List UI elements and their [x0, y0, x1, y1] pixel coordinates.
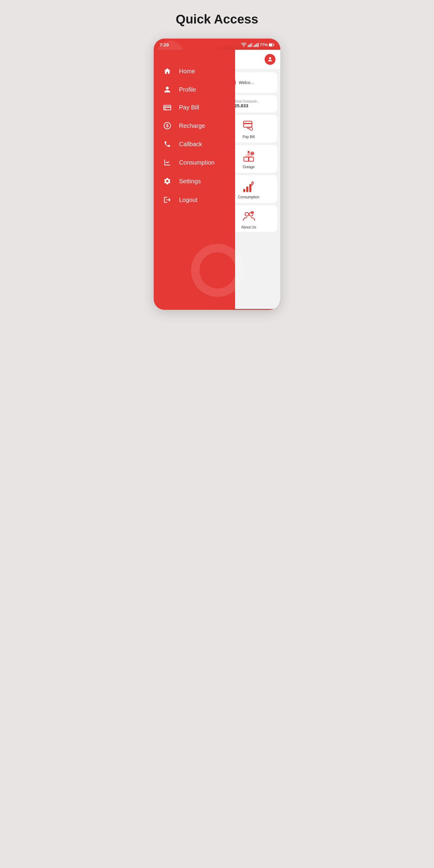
- outstanding-value: 25.833: [235, 103, 274, 108]
- signal-icon: [248, 43, 253, 47]
- svg-point-30: [252, 154, 253, 155]
- main-area: Home Profile: [154, 50, 280, 309]
- svg-rect-9: [274, 44, 274, 45]
- sidebar-label-logout: Logout: [179, 196, 197, 204]
- sidebar-item-home[interactable]: Home: [163, 62, 235, 81]
- sidebar-label-callback: Callback: [179, 141, 202, 148]
- page-wrapper: Quick Access 7:29: [142, 12, 292, 310]
- sidebar-label-home: Home: [179, 68, 195, 75]
- sidebar-label-pay-bill: Pay Bill: [179, 104, 199, 111]
- svg-text:i: i: [252, 212, 253, 214]
- status-bar: 7:29 77%: [154, 38, 280, 50]
- sidebar-label-settings: Settings: [179, 178, 201, 185]
- outstanding-info: Total Outstandi... 25.833: [235, 99, 274, 108]
- svg-rect-27: [248, 157, 249, 161]
- quick-label-consumption: Consumption: [238, 195, 259, 199]
- sidebar-item-recharge[interactable]: $ Recharge: [163, 116, 235, 135]
- svg-rect-6: [256, 43, 257, 47]
- consumption-icon: [242, 180, 255, 193]
- svg-rect-10: [269, 44, 272, 46]
- svg-rect-4: [254, 45, 255, 47]
- page-title: Quick Access: [176, 12, 258, 27]
- svg-point-34: [252, 182, 253, 183]
- dollar-circle-icon: $: [163, 122, 172, 130]
- sidebar-label-consumption: Consumption: [179, 159, 215, 166]
- sidebar-item-settings[interactable]: Settings: [163, 172, 235, 190]
- logout-icon: [163, 196, 172, 204]
- welcome-text: Welco...: [239, 80, 254, 85]
- svg-rect-31: [243, 189, 245, 192]
- svg-rect-26: [248, 151, 250, 153]
- signal-icon2: [254, 43, 258, 47]
- sidebar-item-pay-bill[interactable]: Pay Bill: [163, 98, 235, 116]
- person-icon: [163, 86, 172, 93]
- about-us-icon: i: [242, 210, 255, 223]
- outstanding-label: Total Outstandi...: [235, 99, 274, 103]
- sidebar-label-profile: Profile: [179, 86, 196, 93]
- sidebar: Home Profile: [154, 50, 235, 309]
- svg-rect-0: [248, 45, 249, 47]
- svg-rect-5: [255, 44, 256, 47]
- credit-card-icon: [163, 104, 172, 111]
- svg-rect-32: [246, 187, 248, 192]
- quick-label-outage: Outage: [243, 165, 254, 169]
- sidebar-item-consumption[interactable]: Consumption: [163, 153, 235, 172]
- quick-label-pay-bill: Pay Bill: [243, 135, 255, 139]
- svg-point-19: [269, 57, 271, 59]
- status-icons: 77%: [241, 42, 274, 47]
- sidebar-item-logout[interactable]: Logout: [163, 190, 235, 209]
- svg-rect-22: [244, 123, 252, 124]
- sidebar-item-profile[interactable]: Profile: [163, 81, 235, 98]
- outage-icon: [242, 150, 255, 163]
- gear-icon: [163, 177, 172, 185]
- sidebar-label-recharge: Recharge: [179, 122, 205, 129]
- svg-rect-3: [252, 43, 253, 47]
- wifi-icon: [241, 43, 247, 47]
- status-time: 7:29: [160, 42, 169, 47]
- svg-text:$: $: [166, 123, 168, 128]
- svg-rect-13: [164, 108, 166, 109]
- sidebar-item-callback[interactable]: Callback: [163, 135, 235, 153]
- battery-level: 77%: [260, 42, 268, 47]
- svg-rect-29: [252, 153, 253, 154]
- battery-icon: [269, 43, 274, 47]
- quick-label-about-us: About Us: [241, 225, 256, 229]
- chart-icon: [163, 158, 172, 166]
- svg-rect-1: [249, 44, 250, 47]
- phone-frame: 7:29 77%: [154, 38, 280, 310]
- svg-rect-2: [250, 43, 251, 47]
- svg-rect-7: [258, 43, 258, 47]
- svg-point-35: [245, 213, 249, 216]
- svg-rect-12: [164, 106, 171, 107]
- home-icon: [163, 67, 172, 75]
- brand-logo: [265, 54, 276, 65]
- phone-icon: [163, 141, 172, 148]
- pay-bill-icon: [242, 120, 255, 133]
